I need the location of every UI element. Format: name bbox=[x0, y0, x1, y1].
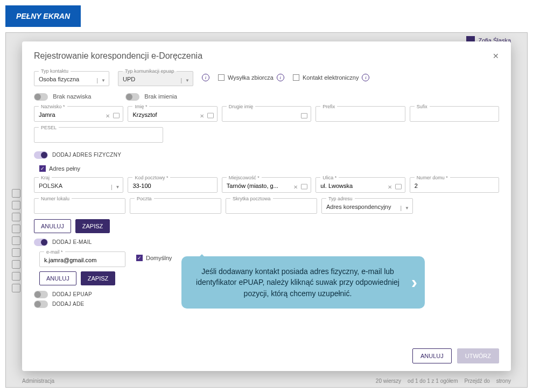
adres-zapisz-button[interactable]: ZAPISZ bbox=[75, 219, 110, 233]
info-icon[interactable]: i bbox=[362, 74, 369, 81]
typ-kontaktu-select[interactable]: Typ kontaktu Osoba fizyczna |▼ bbox=[34, 68, 109, 86]
divider: | bbox=[96, 78, 98, 83]
drugie-imie-input[interactable]: Drugie imię bbox=[222, 104, 311, 122]
toggle-label: Brak nazwiska bbox=[53, 93, 91, 100]
email-input[interactable]: e-mail * bbox=[39, 249, 125, 267]
clear-icon[interactable]: ✕ bbox=[106, 113, 110, 118]
checkbox-label: Wysyłka zbiorcza bbox=[228, 74, 273, 81]
section-label: DODAJ ADE bbox=[52, 301, 84, 307]
modal-title: Rejestrowanie korespondencji e-Doręczeni… bbox=[34, 51, 202, 61]
field-legend: Typ komunikacji epuap bbox=[123, 68, 177, 74]
sidebar-icon bbox=[12, 248, 20, 257]
brak-imienia-toggle[interactable] bbox=[125, 93, 139, 101]
adres-pelny-checkbox[interactable]: ✓ bbox=[39, 165, 46, 172]
prefix-value[interactable] bbox=[320, 109, 400, 119]
info-icon[interactable]: i bbox=[202, 74, 209, 81]
email-anuluj-button[interactable]: ANULUJ bbox=[39, 271, 76, 285]
keyboard-icon bbox=[395, 184, 402, 190]
divider: | bbox=[180, 78, 182, 83]
section-label: DODAJ EPUAP bbox=[52, 291, 92, 297]
nrlok-value[interactable] bbox=[39, 201, 121, 211]
imie-input[interactable]: Imię * ✕ bbox=[128, 104, 217, 122]
field-value: UPD bbox=[123, 74, 188, 83]
keyboard-icon bbox=[301, 184, 307, 190]
field-legend: Prefix bbox=[320, 104, 337, 109]
sidebar-icon bbox=[12, 201, 20, 209]
typ-komunikacji-select: Typ komunikacji epuap UPD |▼ bbox=[118, 68, 193, 86]
field-legend: Sufix bbox=[415, 104, 430, 109]
field-legend: Kod pocztowy * bbox=[132, 175, 170, 180]
modal-utworz-button[interactable]: UTWÓRZ bbox=[457, 348, 499, 363]
poczta-value[interactable] bbox=[135, 201, 216, 211]
nazwisko-input[interactable]: Nazwisko * ✕ bbox=[34, 104, 123, 122]
field-legend: Miejscowość * bbox=[227, 175, 262, 180]
sidebar-icon bbox=[12, 272, 20, 281]
section-label: DODAJ ADRES FIZYCZNY bbox=[52, 152, 121, 158]
field-legend: Numer lokalu bbox=[39, 196, 72, 201]
callout-text: Jeśli dodawany kontakt posiada adres fiz… bbox=[196, 267, 399, 298]
field-legend: Nazwisko * bbox=[39, 104, 67, 109]
sufix-value[interactable] bbox=[415, 109, 494, 119]
chevron-down-icon: ▼ bbox=[115, 184, 120, 189]
dodaj-adres-toggle[interactable] bbox=[34, 151, 48, 159]
field-legend: PESEL bbox=[39, 125, 59, 130]
kontakt-elektroniczny-checkbox[interactable] bbox=[293, 74, 299, 81]
brak-nazwiska-toggle[interactable] bbox=[34, 93, 48, 101]
checkbox-label: Domyślny bbox=[146, 255, 172, 261]
poczta-input[interactable]: Poczta bbox=[130, 196, 221, 214]
field-value: POLSKA bbox=[39, 180, 118, 190]
nrdomu-value[interactable] bbox=[415, 180, 494, 190]
sufix-input[interactable]: Sufix bbox=[410, 104, 499, 122]
skrytka-input[interactable]: Skrytka pocztowa bbox=[226, 196, 317, 214]
sidebar-icon bbox=[12, 284, 20, 292]
dodaj-ade-toggle[interactable] bbox=[34, 300, 48, 308]
field-legend: Numer domu * bbox=[415, 175, 450, 180]
wysylka-zbiorcza-checkbox[interactable] bbox=[218, 74, 225, 81]
numer-lokalu-input[interactable]: Numer lokalu bbox=[34, 196, 125, 214]
domyslny-checkbox[interactable]: ✓ bbox=[136, 255, 143, 261]
field-legend: e-mail * bbox=[44, 249, 65, 255]
chevron-down-icon: ▼ bbox=[185, 78, 190, 83]
clear-icon[interactable]: ✕ bbox=[200, 113, 204, 118]
sidebar-icon bbox=[12, 260, 20, 269]
fullscreen-button[interactable]: PEŁNY EKRAN bbox=[5, 5, 81, 27]
close-icon[interactable]: ✕ bbox=[493, 52, 499, 60]
bg-footer-rows: 20 wierszy bbox=[376, 378, 401, 384]
kraj-select[interactable]: Kraj POLSKA |▼ bbox=[34, 175, 123, 193]
numer-domu-input[interactable]: Numer domu * bbox=[410, 175, 499, 193]
field-value: Adres korespondencyjny bbox=[326, 201, 408, 211]
sidebar-icon bbox=[12, 236, 20, 245]
pesel-value[interactable] bbox=[39, 130, 158, 140]
dodaj-epuap-toggle[interactable] bbox=[34, 291, 48, 298]
field-legend: Drugie imię bbox=[227, 104, 256, 109]
bg-footer-pages: strony bbox=[496, 378, 511, 384]
drugie-imie-value[interactable] bbox=[227, 109, 306, 119]
dodaj-email-toggle[interactable] bbox=[34, 239, 48, 246]
adres-anuluj-button[interactable]: ANULUJ bbox=[34, 219, 71, 233]
section-label: DODAJ E-MAIL bbox=[52, 239, 92, 245]
bg-footer-left: Administracja bbox=[22, 378, 54, 384]
pesel-input[interactable]: PESEL bbox=[34, 125, 163, 143]
prefix-input[interactable]: Prefix bbox=[315, 104, 405, 122]
sidebar-icon bbox=[12, 189, 20, 198]
field-value: Osoba fizyczna bbox=[39, 74, 104, 83]
miejscowosc-input[interactable]: Miejscowość * ✕ bbox=[222, 175, 311, 193]
sidebar-icon bbox=[12, 225, 20, 233]
clear-icon[interactable]: ✕ bbox=[388, 184, 392, 190]
kod-pocztowy-input[interactable]: Kod pocztowy * bbox=[128, 175, 217, 193]
skrytka-value[interactable] bbox=[230, 201, 312, 211]
chevron-down-icon: ▼ bbox=[101, 78, 106, 83]
checkbox-label: Kontakt elektroniczny bbox=[303, 74, 359, 81]
modal-anuluj-button[interactable]: ANULUJ bbox=[412, 348, 452, 363]
divider: | bbox=[111, 184, 113, 190]
tutorial-callout: Jeśli dodawany kontakt posiada adres fiz… bbox=[181, 256, 425, 309]
callout-next-icon[interactable]: › bbox=[411, 269, 417, 296]
info-icon[interactable]: i bbox=[277, 74, 284, 81]
ulica-input[interactable]: Ulica * ✕ bbox=[315, 175, 405, 193]
email-value[interactable] bbox=[44, 255, 121, 264]
field-legend: Ulica * bbox=[320, 175, 339, 180]
kod-value[interactable] bbox=[132, 180, 212, 190]
typ-adresu-select[interactable]: Typ adresu Adres korespondencyjny |▼ bbox=[321, 196, 413, 214]
clear-icon[interactable]: ✕ bbox=[293, 184, 298, 190]
email-zapisz-button[interactable]: ZAPISZ bbox=[81, 271, 116, 285]
